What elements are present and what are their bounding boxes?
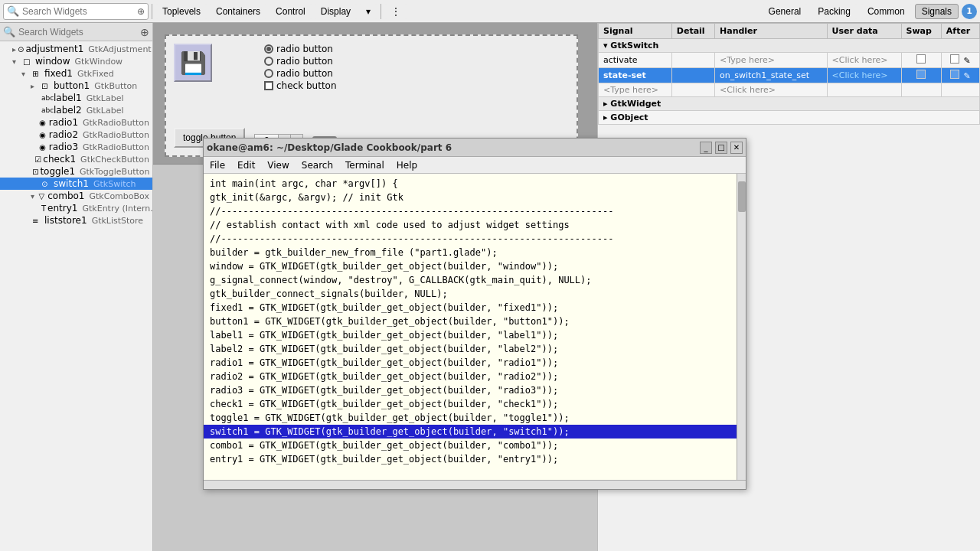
common-tab-btn[interactable]: Common <box>861 4 912 19</box>
item-type: GtkRadioButton <box>83 142 149 152</box>
sidebar-item-radio1[interactable]: ◉ radio1 GtkRadioButton <box>0 116 152 129</box>
sidebar-item-button1[interactable]: ▸ ⊡ button1 GtkButton <box>0 80 152 92</box>
content-wrapper: 💾 radio button radio button radio bu <box>153 23 980 551</box>
switch-icon: ⊙ <box>41 180 52 188</box>
item-name: radio2 <box>49 129 78 140</box>
item-name: check1 <box>43 154 76 165</box>
after-checkbox <box>950 70 959 79</box>
signal-after-empty <box>941 83 979 97</box>
menu-help[interactable]: Help <box>394 159 420 171</box>
sidebar-item-adjustment1[interactable]: ▸ ⊙ adjustment1 GtkAdjustment <box>0 43 152 55</box>
item-type: GtkLabel <box>87 106 124 116</box>
sidebar-item-window[interactable]: ▾ □ window GtkWindow <box>0 55 152 67</box>
edit-icon[interactable]: ✎ <box>964 71 971 81</box>
signals-tab-btn[interactable]: Signals <box>915 4 959 19</box>
radio-label-3: radio button <box>276 68 333 79</box>
item-type: GtkCheckButton <box>80 155 149 165</box>
sidebar-item-toggle1[interactable]: ⊡ toggle1 GtkToggleButton <box>0 165 152 178</box>
radio-label-2: radio button <box>276 56 333 67</box>
packing-tab-btn[interactable]: Packing <box>811 4 858 19</box>
swap-checkbox <box>916 70 926 79</box>
badge-btn[interactable]: 1 <box>962 4 977 19</box>
display-dropdown-btn[interactable]: ▾ <box>359 4 377 19</box>
signal-row-state-set: state-set on_switch1_state_set <Click he… <box>599 68 980 83</box>
liststore-icon: ≡ <box>32 217 43 225</box>
sidebar-item-label1[interactable]: abc label1 GtkLabel <box>0 92 152 104</box>
after-checkbox <box>950 54 959 64</box>
item-name: label2 <box>54 105 82 116</box>
fixed-icon: ⊞ <box>32 70 43 78</box>
top-toolbar: 🔍 ⊕ Toplevels Containers Control Display… <box>0 0 980 23</box>
radio-icon: ◉ <box>39 119 47 127</box>
sidebar-item-radio2[interactable]: ◉ radio2 GtkRadioButton <box>0 129 152 141</box>
signal-name: activate <box>599 53 672 68</box>
menu-edit[interactable]: Edit <box>234 159 258 171</box>
terminal-titlebar: okane@am6: ~/Desktop/Glade Cookbook/part… <box>204 139 597 157</box>
general-tab-btn[interactable]: General <box>762 4 808 19</box>
toplevels-btn[interactable]: Toplevels <box>155 4 207 19</box>
toggle-icon: ⊡ <box>32 168 38 176</box>
item-type: GtkEntry (Intern... <box>82 204 152 214</box>
radio-row-3: radio button <box>264 68 337 79</box>
menu-file[interactable]: File <box>207 159 228 171</box>
signal-handler[interactable]: <Type here> <box>715 53 828 68</box>
sidebar-item-radio3[interactable]: ◉ radio3 GtkRadioButton <box>0 141 152 153</box>
section-gtkwidget: ▸ GtkWidget <box>599 97 980 111</box>
edit-icon[interactable]: ✎ <box>964 56 971 66</box>
col-after: After <box>941 24 979 39</box>
expand-icon: ▾ <box>31 192 37 201</box>
signal-row-empty: <Type here> <Click here> <box>599 83 980 97</box>
search-widgets-input[interactable] <box>22 6 137 17</box>
sidebar-search-input[interactable] <box>18 27 137 37</box>
signal-userdata[interactable]: <Click here> <box>827 53 901 68</box>
menu-view[interactable]: View <box>264 159 292 171</box>
sidebar-search-icon: 🔍 <box>3 26 15 37</box>
signal-detail <box>671 68 714 83</box>
sidebar-item-entry1[interactable]: T entry1 GtkEntry (Intern... <box>0 202 152 214</box>
radio-icon: ◉ <box>39 143 47 152</box>
col-handler: Handler <box>715 24 828 39</box>
radio-circle-2 <box>264 57 273 66</box>
signal-handler[interactable]: on_switch1_state_set <box>715 68 828 83</box>
sidebar-item-check1[interactable]: ☑ check1 GtkCheckButton <box>0 153 152 165</box>
col-userdata: User data <box>827 24 901 39</box>
containers-btn[interactable]: Containers <box>209 4 267 19</box>
col-detail: Detail <box>671 24 714 39</box>
item-type: GtkListStore <box>92 216 144 226</box>
label-icon: abc <box>41 106 52 114</box>
signal-userdata[interactable]: <Click here> <box>827 68 901 83</box>
sidebar-item-fixed1[interactable]: ▾ ⊞ fixed1 GtkFixed <box>0 67 152 80</box>
expand-icon: ▾ <box>21 70 31 78</box>
sidebar-item-liststore1[interactable]: ≡ liststore1 GtkListStore <box>0 214 152 227</box>
signal-handler-empty[interactable]: <Click here> <box>715 83 828 97</box>
sidebar-tree: ▸ ⊙ adjustment1 GtkAdjustment ▾ □ window… <box>0 41 152 551</box>
radio-group: radio button radio button radio button <box>264 44 337 91</box>
signal-swap[interactable] <box>901 53 941 68</box>
menu-search[interactable]: Search <box>299 159 336 171</box>
sidebar-item-label2[interactable]: abc label2 GtkLabel <box>0 104 152 116</box>
more-options-btn[interactable]: ⋮ <box>384 4 407 19</box>
sidebar-item-switch1[interactable]: ⊙ switch1 GtkSwitch <box>0 178 152 190</box>
control-btn[interactable]: Control <box>269 4 312 19</box>
section-gobject: ▸ GObject <box>599 111 980 125</box>
signal-after[interactable]: ✎ <box>941 53 979 68</box>
sidebar-item-combo1[interactable]: ▾ ▽ combo1 GtkComboBox <box>0 190 152 202</box>
sidebar-filter-btn[interactable]: ⊕ <box>140 26 149 38</box>
menu-terminal[interactable]: Terminal <box>342 159 387 171</box>
horizontal-scrollbar[interactable] <box>204 480 597 489</box>
signal-swap[interactable] <box>901 68 941 83</box>
signal-after[interactable]: ✎ <box>941 68 979 83</box>
check-icon: ☑ <box>34 155 41 164</box>
item-name: entry1 <box>47 203 77 214</box>
radio-row-2: radio button <box>264 56 337 67</box>
item-type: GtkLabel <box>87 93 124 103</box>
expand-arrow: ▸ <box>603 99 610 109</box>
display-btn[interactable]: Display <box>314 4 358 19</box>
terminal-content[interactable]: int main(int argc, char *argv[]) { gtk_i… <box>204 174 597 480</box>
terminal-body: int main(int argc, char *argv[]) { gtk_i… <box>204 174 597 480</box>
signal-row-activate: activate <Type here> <Click here> ✎ <box>599 53 980 68</box>
signal-name-empty[interactable]: <Type here> <box>599 83 672 97</box>
col-signal: Signal <box>599 24 672 39</box>
button-icon: ⊡ <box>41 82 52 90</box>
save-icon: 💾 <box>174 44 212 82</box>
